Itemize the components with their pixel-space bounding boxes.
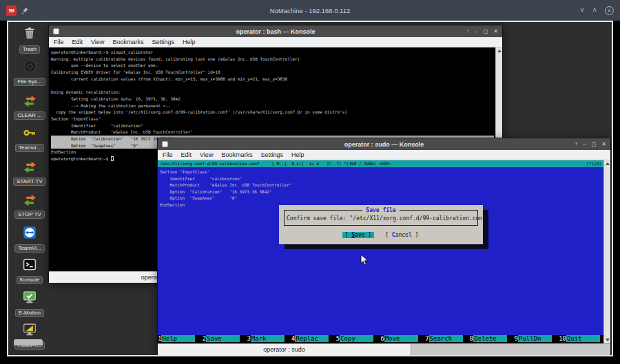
menu-item-bookmarks[interactable]: Bookmarks — [221, 151, 252, 158]
fkey-save[interactable]: 2Save — [203, 335, 247, 342]
fkey-mark[interactable]: 3Mark — [247, 335, 291, 342]
teamviewer-icon — [10, 225, 50, 240]
dialog-frame: Save file Confirm save file: "/etc/X11/x… — [284, 210, 478, 226]
mouse-cursor — [360, 254, 369, 268]
minimize-icon[interactable]: – — [583, 141, 586, 147]
desktop-icon-emotion[interactable]: E-Motion — [10, 290, 50, 317]
save-button[interactable]: [ Save ] — [342, 232, 375, 238]
desktop-icon-label: E-Motion — [15, 309, 44, 317]
desktop-icon-label: Teamvi... — [15, 144, 44, 152]
desktop-icon-trash[interactable]: Trash — [10, 25, 50, 54]
fkey-delete[interactable]: 8Delete — [470, 335, 515, 342]
mcedit-header: /etc/X11/xorg.conf.d/99-calibration.conf… — [158, 160, 603, 167]
desktop-icon-teamviewer[interactable]: TeamVi... — [10, 225, 50, 253]
close-icon[interactable]: ✕ — [493, 28, 498, 34]
maximize-icon[interactable]: ◻ — [592, 141, 597, 147]
terminal-output[interactable]: /etc/X11/xorg.conf.d/99-calibration.conf… — [158, 160, 610, 343]
desktop-icon-stop-tv[interactable]: STOP TV — [10, 192, 50, 219]
menu-item-edit[interactable]: Edit — [72, 39, 83, 45]
monitor-triangle-icon — [10, 322, 50, 337]
menu-bar: FileEditViewBookmarksSettingsHelp — [158, 150, 610, 160]
dialog-message: Confirm save file: "/etc/X11/xorg.conf.d… — [287, 215, 475, 222]
scroll-up-icon[interactable] — [604, 162, 610, 165]
terminal-line: Doing dynamic recalibration: — [51, 89, 494, 96]
dialog-title: Save file — [285, 207, 477, 213]
editor-line: Option "Calibration" "16 3973 36 3842" — [160, 189, 603, 195]
remote-desktop: Trash File Sys... CLEAR ... Teamvi... ST… — [7, 21, 613, 356]
tab-operator-sudo[interactable]: operator : sudo — [158, 344, 411, 356]
maximize-icon[interactable]: ◻ — [484, 28, 488, 34]
menu-item-bookmarks[interactable]: Bookmarks — [112, 39, 143, 45]
menu-item-file[interactable]: File — [54, 39, 64, 45]
desktop-icon-teamviewer-key[interactable]: Teamvi... — [10, 126, 50, 152]
scroll-down-icon[interactable] — [604, 339, 610, 341]
desktop-icon-label: Trash — [19, 45, 40, 54]
cancel-button[interactable]: [ Cancel ] — [384, 232, 420, 238]
scroll-up-icon[interactable] — [496, 50, 502, 52]
keep-above-icon[interactable]: ↑ — [466, 28, 469, 34]
editor-line: MatchProduct "eGalax Inc. USB TouchContr… — [160, 182, 603, 189]
save-file-dialog: Save file Confirm save file: "/etc/X11/x… — [279, 205, 483, 244]
desktop-icon-label: START TV — [13, 178, 46, 186]
fkey-copy[interactable]: 5Copy — [336, 335, 381, 342]
desktop-icon-clear[interactable]: CLEAR ... — [10, 93, 50, 120]
close-circle-icon[interactable]: ✕ — [605, 6, 614, 15]
scrollbar[interactable] — [603, 160, 610, 343]
mcedit-text-area[interactable]: Section "InputClass" Identifier "calibra… — [158, 167, 603, 335]
terminal-line: Section "InputClass" — [51, 116, 494, 122]
window-titlebar[interactable]: operator : bash — Konsole ↑ – ◻ ✕ — [49, 25, 502, 37]
fkey-replac[interactable]: 4Replac — [291, 335, 336, 342]
menu-item-view[interactable]: View — [91, 39, 104, 45]
fkey-help[interactable]: 1Help — [158, 335, 203, 342]
chevron-up-icon[interactable]: ˄ — [592, 7, 597, 14]
desktop-icon-start-tv[interactable]: START TV — [10, 159, 50, 186]
nomachine-session-title: NoMachine - 192.168.0.112 — [0, 7, 620, 14]
chevron-down-icon[interactable]: ˅ — [580, 7, 584, 14]
menu-item-edit[interactable]: Edit — [181, 151, 192, 158]
desktop-icon-label: TeamVi... — [14, 244, 44, 253]
desktop-icon-konsole[interactable]: Konsole — [10, 257, 50, 284]
fkey-search[interactable]: 7Search — [425, 335, 470, 342]
terminal-line: Warning: multiple calibratable devices f… — [51, 56, 494, 63]
terminal-line: copy the snippet below into '/etc/X11/xo… — [51, 109, 494, 116]
screen: { "colors": { "nomachine_bar": "#3c434f"… — [0, 0, 620, 364]
monitor-check-icon — [10, 290, 50, 305]
mcedit-file-path: /etc/X11/xorg.conf.d/99-calibration.conf — [160, 160, 260, 167]
fkey-move[interactable]: 6Move — [380, 335, 425, 342]
editor-line: Option "SwapAxes" "0" — [160, 195, 603, 202]
mcedit-status: [-M--] 0 L:[ 1+ 6 7/ 7] *(198 / 198b) <E… — [272, 160, 587, 167]
close-icon[interactable]: ✕ — [601, 141, 606, 147]
fkey-quit[interactable]: 10Quit — [559, 335, 603, 342]
mcedit-window-controls[interactable]: [*][X] — [586, 160, 601, 167]
desktop-icon-hdmi[interactable]: HDMI-T... — [10, 322, 50, 350]
menu-item-view[interactable]: View — [200, 151, 213, 158]
key-icon — [10, 126, 50, 140]
window-title: operator : sudo — Konsole — [158, 141, 610, 148]
keep-above-icon[interactable]: ↑ — [575, 141, 577, 147]
minimize-icon[interactable]: – — [475, 28, 477, 34]
panel-hide-handle[interactable] — [14, 339, 43, 345]
desktop-icon-filesystem[interactable]: File Sys... — [10, 59, 50, 86]
terminal-line: use --device to select another one. — [51, 62, 494, 69]
desktop-icon-label: File Sys... — [14, 78, 45, 86]
menu-item-help[interactable]: Help — [291, 151, 304, 158]
editor-line: Identifier "calibration" — [160, 175, 603, 182]
fkey-pulldn[interactable]: 9PullDn — [515, 335, 559, 342]
terminal-line: MatchProduct "eGalax Inc. USB TouchContr… — [51, 129, 494, 136]
menu-item-settings[interactable]: Settings — [152, 39, 174, 45]
tab-bar: operator : sudo — [158, 343, 610, 356]
konsole-window-sudo: operator : sudo — Konsole ↑ – ◻ ✕ FileEd… — [157, 138, 611, 355]
sync-arrows-icon — [10, 192, 50, 206]
menu-item-help[interactable]: Help — [183, 39, 196, 45]
menu-item-file[interactable]: File — [163, 151, 173, 158]
desktop-icon-label: Konsole — [17, 276, 43, 284]
menu-item-settings[interactable]: Settings — [260, 151, 283, 158]
terminal-line — [51, 82, 494, 89]
terminal-line: --> Making the calibration permanent <-- — [51, 103, 494, 109]
terminal-line: operator@tinkerboard:~$ xinput_calibrato… — [51, 49, 494, 56]
window-titlebar[interactable]: operator : sudo — Konsole ↑ – ◻ ✕ — [158, 138, 610, 150]
konsole-icon — [10, 257, 50, 272]
editor-line: Section "InputClass" — [160, 169, 603, 175]
sync-arrows-icon — [10, 93, 50, 107]
desktop-icon-label: STOP TV — [14, 211, 45, 219]
